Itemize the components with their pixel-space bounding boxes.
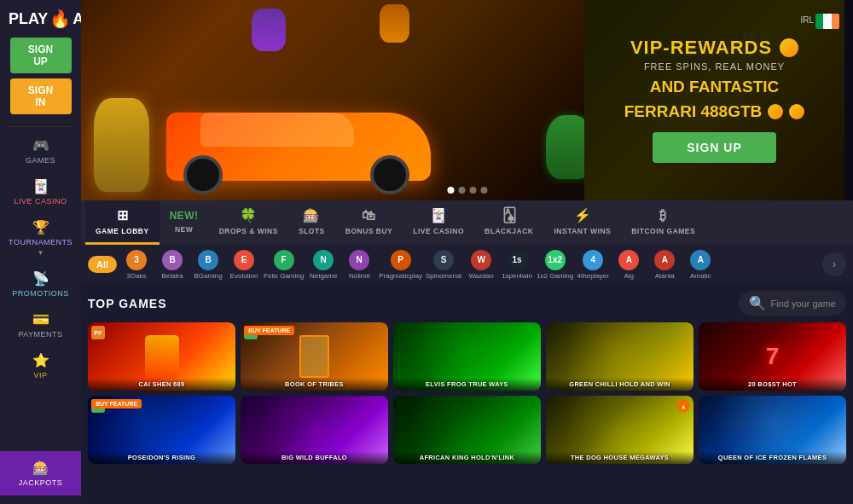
tab-bonus-buy-label: BONUS BUY bbox=[345, 227, 393, 235]
netgame-icon: N bbox=[313, 250, 334, 270]
4theplayer-label: 4theplayer bbox=[577, 272, 609, 280]
big-wild-buffalo-title: BIG WILD BUFFALO bbox=[241, 451, 388, 464]
queen-of-ice-title: QUEEN OF ICE FROZEN FLAMES bbox=[699, 451, 846, 464]
filter-spinomenal[interactable]: S Spinomenal bbox=[426, 250, 461, 280]
blackjack-icon: 🂡 bbox=[502, 207, 517, 223]
game-card-poseidons-rising[interactable]: S Buy Feature POSEIDON'S RISING bbox=[88, 396, 235, 464]
top-games-title: TOP GAMES bbox=[88, 297, 167, 310]
tab-live-casino[interactable]: 🃏 LIVE CASINO bbox=[403, 200, 474, 245]
green-chilli-title: GREEN CHILLI HOLD AND WIN bbox=[546, 378, 693, 391]
banner-dot-3[interactable] bbox=[469, 187, 476, 194]
amatic-label: Amatic bbox=[690, 272, 711, 280]
search-icon: 🔍 bbox=[749, 295, 766, 311]
filter-evolution[interactable]: E Evolution bbox=[228, 250, 260, 280]
banner-characters-area bbox=[81, 0, 661, 200]
filter-amatic[interactable]: A Amatic bbox=[684, 250, 717, 280]
1x2gaming-label: 1x2 Gaming bbox=[537, 272, 573, 280]
game-card-queen-of-ice[interactable]: QUEEN OF ICE FROZEN FLAMES bbox=[699, 396, 846, 464]
tab-slots[interactable]: 🎰 SLOTS bbox=[288, 200, 335, 245]
filter-alg[interactable]: A Alg bbox=[612, 250, 645, 280]
amatic-icon: A bbox=[690, 250, 711, 270]
logo-fire-icon: 🔥 bbox=[49, 9, 71, 29]
filter-pragmatic[interactable]: P Pragmaticplay bbox=[379, 250, 422, 280]
tab-instant-wins[interactable]: ⚡ INSTANT WINS bbox=[543, 200, 621, 245]
vip-ferrari-text: FERRARI 488GTB bbox=[624, 103, 763, 121]
filter-all-button[interactable]: All bbox=[88, 256, 117, 273]
filter-4theplayer[interactable]: 4 4theplayer bbox=[577, 250, 609, 280]
game-thumbnail-book-of-tribes: S Buy Feature BOOK OF TRIBES bbox=[241, 322, 388, 391]
alg-icon: A bbox=[618, 250, 639, 270]
evolution-label: Evolution bbox=[230, 272, 258, 280]
netgame-label: Netgame bbox=[310, 272, 337, 280]
filter-felix[interactable]: F Felix Gaming bbox=[264, 250, 304, 280]
sidebar-item-payments[interactable]: 💳 PAYMENTS bbox=[0, 304, 81, 345]
filter-1x2gaming[interactable]: 1x2 1x2 Gaming bbox=[537, 250, 573, 280]
tab-game-lobby-label: GAME LOBBY bbox=[96, 227, 149, 235]
category-nav: ⊞ GAME LOBBY NEW! NEW 🍀 DROPS & WINS 🎰 S… bbox=[81, 200, 853, 245]
filter-3oaks[interactable]: 3 3Oaks bbox=[120, 250, 153, 280]
filter-belatra[interactable]: B Belatra bbox=[156, 250, 189, 280]
cai-shen-title: CAI SHEN 689 bbox=[88, 378, 235, 391]
1spin4win-label: 1spin4win bbox=[502, 272, 532, 280]
tab-bonus-buy[interactable]: 🛍 BONUS BUY bbox=[335, 200, 403, 245]
tournaments-expand-icon: ▼ bbox=[38, 249, 44, 257]
banner-dot-2[interactable] bbox=[458, 187, 465, 194]
evolution-icon: E bbox=[234, 250, 254, 270]
felix-label: Felix Gaming bbox=[264, 272, 304, 280]
game-card-elvis-frog[interactable]: ELVIS FROG TRUE WAYS bbox=[393, 322, 541, 391]
filter-wazdan[interactable]: W Wazdan bbox=[465, 250, 497, 280]
tab-drops-wins[interactable]: 🍀 DROPS & WINS bbox=[209, 200, 288, 245]
game-card-dog-house[interactable]: 🔥 THE DOG HOUSE MEGAWAYS bbox=[546, 396, 693, 464]
game-card-cai-shen[interactable]: PP CAI SHEN 689 bbox=[88, 322, 235, 391]
filter-1spin4win[interactable]: 1s 1spin4win bbox=[501, 250, 533, 280]
filter-expand-button[interactable]: › bbox=[822, 252, 846, 276]
book-tribes-buy-feature-badge: Buy Feature bbox=[244, 326, 294, 335]
tab-game-lobby[interactable]: ⊞ GAME LOBBY bbox=[85, 200, 160, 245]
filter-bgaming[interactable]: B BGaming bbox=[192, 250, 224, 280]
coin-icon-3 bbox=[789, 104, 804, 119]
poseidons-buy-feature-badge: Buy Feature bbox=[91, 399, 142, 408]
game-card-big-wild-buffalo[interactable]: BIG WILD BUFFALO bbox=[241, 396, 388, 464]
game-thumbnail-african-king: AFRICAN KING HOLD'N'LINK bbox=[393, 396, 541, 464]
logo-text-amo: AMO bbox=[73, 10, 81, 28]
game-card-african-king[interactable]: AFRICAN KING HOLD'N'LINK bbox=[393, 396, 541, 464]
game-card-20-boost-hot[interactable]: 7 20 BO$ST HOT bbox=[699, 322, 846, 391]
game-card-green-chilli[interactable]: GREEN CHILLI HOLD AND WIN bbox=[546, 322, 693, 391]
banner-dot-4[interactable] bbox=[480, 187, 487, 194]
character-horse bbox=[94, 98, 149, 192]
sidebar-item-jackpots[interactable]: 🎰 JACKPOTS bbox=[0, 451, 81, 495]
sidebar-item-live-casino[interactable]: 🃏 LIVE CASINO bbox=[0, 171, 81, 212]
sidebar-label-promotions: PROMOTIONS bbox=[12, 289, 69, 298]
vip-and-text: AND FANTASTIC bbox=[650, 78, 780, 96]
game-search-box[interactable]: 🔍 Find your game bbox=[739, 291, 846, 316]
signup-button[interactable]: SIGN UP bbox=[10, 38, 72, 73]
tab-blackjack[interactable]: 🂡 BLACKJACK bbox=[474, 200, 543, 245]
vip-signup-button[interactable]: SIGN UP bbox=[653, 132, 776, 163]
game-thumbnail-big-wild-buffalo: BIG WILD BUFFALO bbox=[241, 396, 388, 464]
4theplayer-icon: 4 bbox=[583, 250, 603, 270]
signin-button[interactable]: SIGN IN bbox=[10, 78, 72, 114]
sidebar-item-promotions[interactable]: 📡 PROMOTIONS bbox=[0, 264, 81, 304]
elvis-frog-title: ELVIS FROG TRUE WAYS bbox=[393, 378, 541, 391]
filter-nolimit[interactable]: N Nolimit bbox=[343, 250, 375, 280]
top-games-grid: PP CAI SHEN 689 S Buy Feature BOOK OF TR… bbox=[88, 322, 846, 464]
sidebar-label-vip: VIP bbox=[33, 371, 47, 379]
atanta-label: Atanta bbox=[655, 272, 675, 280]
sidebar-item-tournaments[interactable]: 🏆 TOURNAMENTS ▼ bbox=[0, 212, 81, 264]
filter-netgame[interactable]: N Netgame bbox=[307, 250, 339, 280]
spinomenal-label: Spinomenal bbox=[426, 272, 461, 280]
brand-filter-row: All 3 3Oaks B Belatra B BGaming E Evolut… bbox=[81, 245, 853, 284]
sidebar-item-games[interactable]: 🎮 GAMES bbox=[0, 130, 81, 171]
alg-label: Alg bbox=[624, 272, 634, 280]
tab-bitcoin-games[interactable]: ₿ BITCOIN GAMES bbox=[621, 200, 705, 245]
filter-atanta[interactable]: A Atanta bbox=[648, 250, 681, 280]
game-thumbnail-dog-house: 🔥 THE DOG HOUSE MEGAWAYS bbox=[546, 396, 693, 464]
character-mage bbox=[252, 9, 286, 51]
banner-dot-1[interactable] bbox=[447, 187, 454, 194]
pragmatic-icon: P bbox=[391, 250, 411, 270]
tab-new[interactable]: NEW! NEW bbox=[160, 200, 209, 245]
sidebar-label-tournaments: TOURNAMENTS bbox=[9, 238, 73, 246]
game-card-book-of-tribes[interactable]: S Buy Feature BOOK OF TRIBES bbox=[241, 322, 388, 391]
sidebar-item-vip[interactable]: ⭐ VIP bbox=[0, 345, 81, 386]
bitcoin-games-icon: ₿ bbox=[659, 208, 667, 223]
